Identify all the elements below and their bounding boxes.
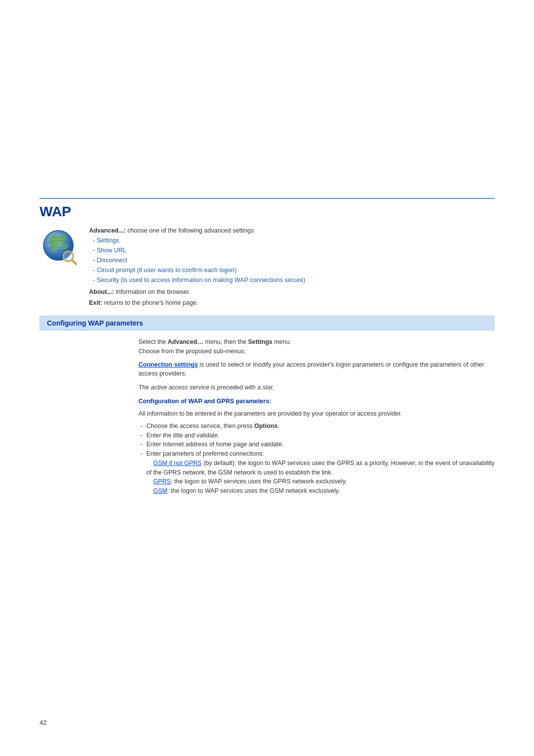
wap-section: WAP <box>40 198 494 308</box>
active-note: The active access service is preceded wi… <box>138 382 494 392</box>
bullet-3-text: Enter Internet address of home page and … <box>146 441 284 448</box>
config-sub-title: Configuration of WAP and GPRS parameters… <box>138 396 494 406</box>
bullet-1-suffix: . <box>277 423 279 429</box>
gsm-desc: : the logon to WAP services uses the GSM… <box>167 487 340 494</box>
bullet-2: Enter the title and validate. <box>138 431 494 440</box>
bullet-3: Enter Internet address of home page and … <box>138 440 494 449</box>
menu-item-security: Security (is used to access information … <box>93 275 494 285</box>
config-bullet-list: Choose the access service, then press Op… <box>138 422 494 496</box>
bullet-4-text: Enter parameters of preferred connection… <box>146 450 264 457</box>
about-label: About...: <box>89 288 114 295</box>
bullet-1-bold: Options <box>254 423 277 429</box>
menu-item-circuit-prompt: Circuit prompt (if user wants to confirm… <box>93 265 494 275</box>
gsm-link: GSM <box>153 487 167 494</box>
exit-line: Exit: returns to the phone's home page. <box>89 298 494 308</box>
connection-settings-link: Connection settings <box>138 361 198 368</box>
svg-point-10 <box>63 251 73 261</box>
menu-item-disconnect: Disconnect <box>93 255 494 265</box>
intro-after: menu. <box>272 338 291 345</box>
svg-line-9 <box>72 260 76 264</box>
bullet-1-text: Choose the access service, then press <box>146 423 254 429</box>
config-title: Configuring WAP parameters <box>47 319 143 327</box>
wap-menu-list: Advanced...: choose one of the following… <box>89 226 494 308</box>
bullet-1: Choose the access service, then press Op… <box>138 422 494 431</box>
globe-icon <box>40 228 79 267</box>
wap-title: WAP <box>40 204 494 220</box>
page-number: 42 <box>40 719 46 726</box>
about-text: information on the browser. <box>114 288 190 295</box>
intro-before: Select the <box>138 338 168 345</box>
svg-point-2 <box>59 234 66 243</box>
config-section: Configuring WAP parameters Select the Ad… <box>40 316 494 496</box>
bullet-4: Enter parameters of preferred connection… <box>138 449 494 496</box>
menu-item-show-url: Show URL <box>93 245 494 255</box>
exit-text: returns to the phone's home page. <box>102 299 198 306</box>
choose-text: Choose from the proposed sub-menus: <box>138 348 246 355</box>
config-intro: Select the Advanced… menu, then the Sett… <box>138 337 494 356</box>
gsm-not-gprs-link: GSM if not GPRS <box>153 460 202 467</box>
about-line: About...: information on the browser. <box>89 287 494 297</box>
menu-item-settings: Settings <box>93 236 494 245</box>
exit-label: Exit: <box>89 299 102 306</box>
connection-desc-para: Connection settings is used to select or… <box>138 360 494 379</box>
svg-point-3 <box>60 243 68 249</box>
advanced-text: choose one of the following advanced set… <box>126 227 254 234</box>
config-content: Select the Advanced… menu, then the Sett… <box>138 337 494 496</box>
bullet-2-text: Enter the title and validate. <box>146 432 220 439</box>
settings-menu-ref: Settings <box>248 338 272 345</box>
gprs-desc: : the logon to WAP services uses the GPR… <box>171 478 347 485</box>
intro-mid: menu, then the <box>203 338 248 345</box>
config-body: All information to be entered in the par… <box>138 409 494 419</box>
wap-content: Advanced...: choose one of the following… <box>40 226 494 308</box>
gprs-link: GPRS <box>153 478 171 485</box>
advanced-menu-ref: Advanced… <box>168 338 203 345</box>
config-section-header: Configuring WAP parameters <box>40 316 494 331</box>
advanced-line: Advanced...: choose one of the following… <box>89 226 494 236</box>
advanced-label: Advanced...: <box>89 227 126 234</box>
